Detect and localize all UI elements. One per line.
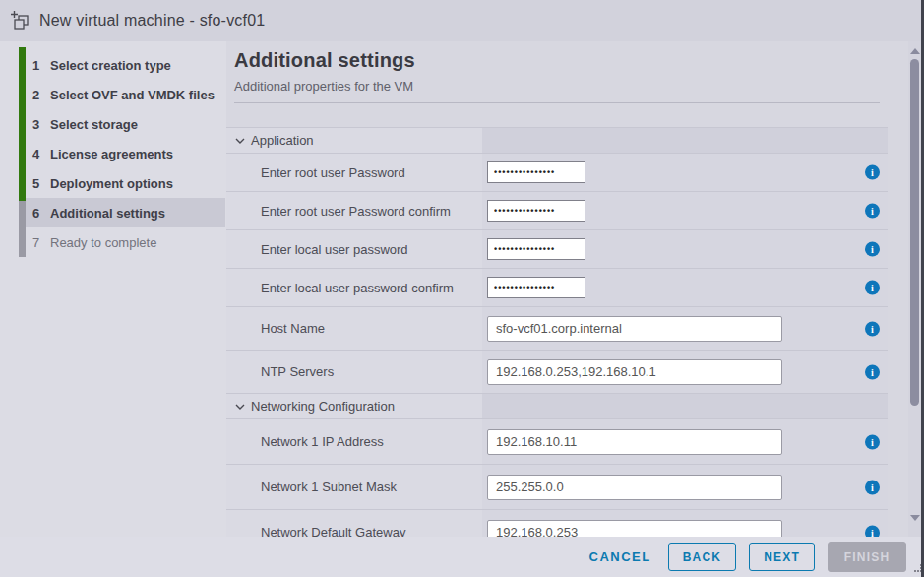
section-application: Application [226,127,888,153]
properties-form: Application Enter root user Password i E… [226,127,888,537]
info-icon[interactable]: i [865,165,880,180]
info-icon[interactable]: i [865,364,880,379]
new-vm-wizard-window: New virtual machine - sfo-vcf01 1 Select… [0,0,924,577]
next-button[interactable]: NEXT [749,543,815,571]
row-root-password: Enter root user Password i [226,153,888,191]
main-panel: Additional settings Additional propertie… [226,41,888,537]
window-title: New virtual machine - sfo-vcf01 [39,12,265,30]
step-select-ovf-vmdk-files[interactable]: 2 Select OVF and VMDK files [26,80,225,109]
info-icon[interactable]: i [865,321,880,336]
scrollbar-thumb[interactable] [910,59,919,406]
row-root-password-confirm: Enter root user Password confirm i [226,191,888,229]
wizard-steps-sidebar: 1 Select creation type 2 Select OVF and … [0,41,226,537]
step-ready-to-complete[interactable]: 7 Ready to complete [26,227,225,257]
info-icon[interactable]: i [865,242,880,257]
title-bar: New virtual machine - sfo-vcf01 [0,0,921,41]
info-icon[interactable]: i [865,480,880,494]
new-vm-icon [9,10,31,32]
step-list: 1 Select creation type 2 Select OVF and … [26,50,225,257]
section-label: Networking Configuration [251,399,395,414]
info-icon[interactable]: i [865,525,880,537]
root-password-confirm-field[interactable] [487,200,585,222]
scroll-up-icon[interactable] [910,48,920,54]
page-title: Additional settings [234,49,880,72]
progress-bar-remaining [19,201,26,257]
row-ntp-servers: NTP Servers i [226,350,888,393]
row-network-default-gateway: Network Default Gateway i [226,509,888,537]
local-password-confirm-field[interactable] [487,277,585,298]
chevron-down-icon[interactable] [234,401,246,413]
cancel-button[interactable]: CANCEL [589,549,651,564]
row-local-password: Enter local user password i [226,229,888,268]
root-password-field[interactable] [487,161,585,183]
info-icon[interactable]: i [865,281,880,295]
step-license-agreements[interactable]: 4 License agreements [26,139,225,168]
progress-bar-completed [19,47,26,201]
local-password-field[interactable] [487,238,585,260]
row-host-name: Host Name i [226,306,888,350]
row-network1-ip: Network 1 IP Address i [226,418,888,464]
vertical-scrollbar[interactable] [908,41,921,537]
resize-grip[interactable] [914,564,916,566]
section-label: Application [251,133,314,148]
wizard-footer: CANCEL BACK NEXT FINISH [0,537,921,577]
back-button[interactable]: BACK [668,543,736,571]
chevron-down-icon[interactable] [234,135,246,147]
info-icon[interactable]: i [865,434,880,449]
finish-button[interactable]: FINISH [828,542,906,572]
network1-subnet-mask-field[interactable] [487,475,782,500]
info-icon[interactable]: i [865,204,880,219]
step-select-storage[interactable]: 3 Select storage [26,109,225,139]
ntp-servers-field[interactable] [487,359,782,385]
step-select-creation-type[interactable]: 1 Select creation type [26,50,225,80]
network-default-gateway-field[interactable] [487,520,782,538]
scroll-down-icon[interactable] [910,515,920,521]
header-divider [234,102,880,103]
step-deployment-options[interactable]: 5 Deployment options [26,168,225,198]
section-networking-configuration: Networking Configuration [226,393,888,418]
row-network1-subnet-mask: Network 1 Subnet Mask i [226,464,888,509]
page-subtitle: Additional properties for the VM [234,79,880,94]
row-local-password-confirm: Enter local user password confirm i [226,268,888,306]
step-additional-settings[interactable]: 6 Additional settings [26,198,225,227]
host-name-field[interactable] [487,316,782,342]
network1-ip-field[interactable] [487,429,782,455]
